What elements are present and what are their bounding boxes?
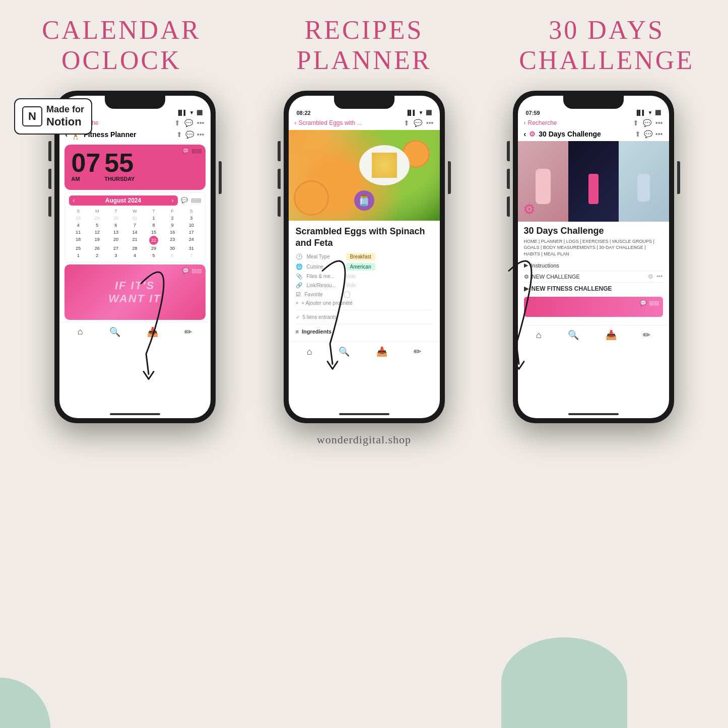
new-fitness-label: NEW FITNESS CHALLENGE: [532, 285, 612, 292]
phone3-screen: 07:59 ▐▌▌ ▼ ⬛ ‹ Recherche ⬆ 💬: [518, 96, 669, 418]
edit-icon[interactable]: ✏: [184, 326, 192, 338]
globe-icon: 🌐: [296, 263, 303, 270]
calendar-grid: S M T W T F S 28 29 30 31: [69, 208, 201, 259]
header-row: CALENDAR OCLOCK RECIPES PLANNER 30 DAYS …: [0, 0, 728, 81]
inbox-icon[interactable]: 📥: [147, 326, 158, 338]
home-indicator-3: [568, 413, 619, 415]
motivational-widget: 💬 ▤▤ IF IT'SWANT IT: [64, 264, 206, 320]
challenge-nav-links: HOME | PLANNER | LOGS | EXERCISES | MUSC…: [524, 238, 663, 257]
phone-30days-challenge: 07:59 ▐▌▌ ▼ ⬛ ‹ Recherche ⬆ 💬: [513, 91, 674, 423]
phone3-bottom-nav: ⌂ 🔍 📥 ✏: [518, 325, 669, 343]
new-challenge-label: NEW CHALLENGE: [532, 274, 580, 280]
title-recipes: RECIPES PLANNER: [273, 15, 454, 76]
footer: wonderdigital.shop: [0, 423, 728, 451]
clock-icon: 🕐: [296, 253, 303, 260]
ingredients-section: ≡ Ingredients: [296, 328, 433, 335]
phone2-back-label[interactable]: Scrambled Eggs with ...: [299, 119, 362, 126]
notion-icon: N: [22, 106, 42, 126]
divider: [296, 310, 433, 310]
phone1-bottom-nav: ⌂ 🔍 📥 ✏: [59, 322, 211, 340]
inbox-icon[interactable]: 📥: [606, 329, 617, 341]
triangle-icon: ▶: [524, 262, 528, 269]
phone3-nav: ‹ Recherche ⬆ 💬 •••: [518, 118, 669, 130]
triangle-icon-2: ▶: [524, 285, 528, 292]
phone3-title-bar: ‹ ⚙ 30 Days Challenge ⬆ 💬 •••: [518, 130, 669, 141]
checkmark-icon: ✓: [296, 314, 300, 320]
notion-badge: N Made for Notion: [14, 98, 92, 135]
phone2-time: 08:22: [297, 110, 311, 116]
phone2-notch: [334, 96, 394, 109]
cuisine-tag: American: [346, 263, 375, 271]
clock-hour: 07: [72, 150, 101, 176]
home-indicator-2: [339, 413, 389, 415]
orange-visual: [294, 180, 329, 216]
new-fitness-challenge-row[interactable]: ▶ NEW FITNESS CHALLENGE: [524, 282, 663, 295]
calendar-widget: ‹ August 2024 › 💬 ▤▤ S M T: [64, 192, 206, 262]
gear-icon: ⚙: [529, 130, 536, 138]
favorite-checkbox[interactable]: [344, 292, 350, 298]
calendar-month: August 2024: [105, 197, 141, 204]
motivational-text: IF IT'SWANT IT: [108, 279, 161, 305]
search-icon[interactable]: 🔍: [339, 346, 350, 357]
clock-day: THURSDAY: [104, 176, 135, 182]
website-url: wonderdigital.shop: [317, 433, 411, 446]
divider2: [296, 324, 433, 324]
clock-min: 55: [104, 150, 135, 176]
inbox-icon[interactable]: 📥: [376, 346, 387, 357]
phone1-screen: 07:55 ▐▌▌ ▼ ⬛ ‹ Recherche ⬆ 💬: [59, 96, 211, 418]
phone3-time: 07:59: [526, 110, 540, 116]
home-icon[interactable]: ⌂: [536, 330, 542, 341]
title-30days: 30 DAYS CHALLENGE: [516, 15, 697, 76]
recipe-hero-image: 🫙: [289, 130, 440, 221]
challenge-title: 30 Days Challenge: [524, 226, 663, 236]
home-icon[interactable]: ⌂: [307, 347, 312, 357]
phone1-app-title: Fitness Planner: [84, 130, 136, 139]
edit-icon[interactable]: ✏: [414, 346, 421, 357]
checkbox-icon: ☑: [296, 291, 301, 298]
egg-plate: [359, 145, 410, 185]
settings-icon[interactable]: ⚙: [648, 273, 653, 280]
phone1-status-icons: ▐▌▌ ▼ ⬛: [176, 110, 202, 115]
phone-fitness-planner: 07:55 ▐▌▌ ▼ ⬛ ‹ Recherche ⬆ 💬: [54, 91, 216, 423]
phone2-nav: ‹ Scrambled Eggs with ... ⬆ 💬 •••: [289, 118, 440, 130]
phone2-screen: 08:22 ▐▌▌ ▼ ⬛ ‹ Scrambled Eggs with ... …: [289, 96, 440, 418]
phone-recipe-planner: 08:22 ▐▌▌ ▼ ⬛ ‹ Scrambled Eggs with ... …: [284, 91, 445, 423]
search-icon[interactable]: 🔍: [109, 326, 120, 338]
new-challenge-row: ⚙ NEW CHALLENGE ⚙ •••: [524, 271, 663, 282]
spinach-icon: 🫙: [354, 190, 374, 211]
phone3-notch: [563, 96, 624, 109]
incoming-links[interactable]: 5 liens entrants: [303, 314, 337, 320]
phone3-back-label[interactable]: Recherche: [528, 119, 557, 126]
link-icon: 🔗: [296, 282, 303, 289]
clock-widget: 💬 ▤▤ 07 AM 55 THURSDAY: [64, 145, 206, 190]
challenge-pink-bar: 💬 ▤▤: [524, 297, 663, 317]
search-icon[interactable]: 🔍: [568, 329, 579, 341]
instructions-toggle[interactable]: ▶ Instructions: [524, 260, 663, 271]
phones-container: 07:55 ▐▌▌ ▼ ⬛ ‹ Recherche ⬆ 💬: [0, 91, 728, 423]
list-icon: ≡: [296, 328, 299, 335]
recipe-title: Scrambled Eggs with Spinach and Feta: [296, 226, 433, 249]
home-indicator: [110, 413, 160, 415]
meal-type-tag: Breakfast: [346, 253, 375, 260]
more-icon[interactable]: •••: [656, 273, 663, 280]
paperclip-icon: 📎: [296, 273, 303, 280]
phone1-notch: [105, 96, 165, 109]
edit-icon[interactable]: ✏: [643, 329, 650, 341]
recipe-body: Scrambled Eggs with Spinach and Feta 🕐 M…: [289, 221, 440, 342]
title-calendar: CALENDAR OCLOCK: [31, 15, 212, 76]
plus-icon: +: [296, 300, 299, 306]
gear-icon-2: ⚙: [524, 274, 529, 280]
phone2-bottom-nav: ⌂ 🔍 📥 ✏: [289, 342, 440, 359]
add-property-button[interactable]: + Ajouter une propriété: [301, 300, 352, 306]
challenge-hero-image: ⚙: [518, 141, 669, 222]
gear-pink-icon: ⚙: [523, 201, 536, 218]
phone3-app-title: 30 Days Challenge: [539, 130, 601, 138]
challenge-body: 30 Days Challenge HOME | PLANNER | LOGS …: [518, 222, 669, 323]
home-icon[interactable]: ⌂: [78, 326, 83, 337]
